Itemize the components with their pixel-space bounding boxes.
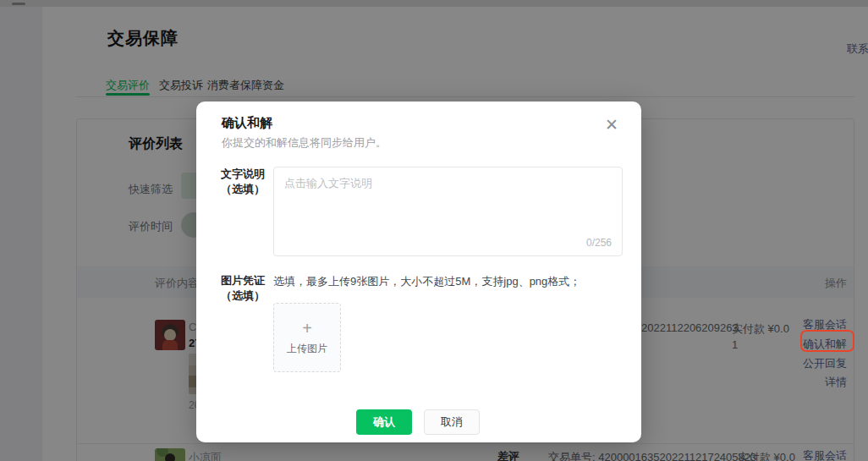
screen: 交易保障 联系客服 交易评价 交易投诉 消费者保障资金 评价列表 快速筛选 评价… [0, 0, 868, 461]
upload-image-button[interactable]: + 上传图片 [273, 303, 341, 372]
image-upload-hint: 选填，最多上传9张图片，大小不超过5M，支持jpg、png格式； [273, 274, 580, 289]
confirm-settlement-dialog: 确认和解 你提交的和解信息将同步给用户。 ✕ 文字说明 （选填） 0/256 图… [196, 102, 641, 442]
plus-icon: + [302, 320, 312, 337]
dialog-subtitle: 你提交的和解信息将同步给用户。 [222, 135, 387, 151]
image-evidence-label: 图片凭证 （选填） [212, 273, 274, 304]
cancel-button[interactable]: 取消 [424, 409, 480, 435]
text-description-label: 文字说明 （选填） [212, 167, 274, 197]
confirm-button[interactable]: 确认 [356, 409, 412, 435]
annotation-highlight-box [800, 330, 854, 352]
upload-image-label: 上传图片 [287, 342, 327, 356]
field-optional: （选填） [212, 182, 274, 197]
field-label: 文字说明 [212, 167, 274, 182]
close-icon[interactable]: ✕ [601, 113, 623, 135]
char-counter: 0/256 [586, 237, 612, 249]
dialog-title: 确认和解 [222, 115, 272, 131]
field-label: 图片凭证 [212, 273, 274, 288]
text-description-field: 0/256 [273, 167, 623, 256]
field-optional: （选填） [212, 288, 274, 304]
text-description-input[interactable] [274, 167, 622, 233]
